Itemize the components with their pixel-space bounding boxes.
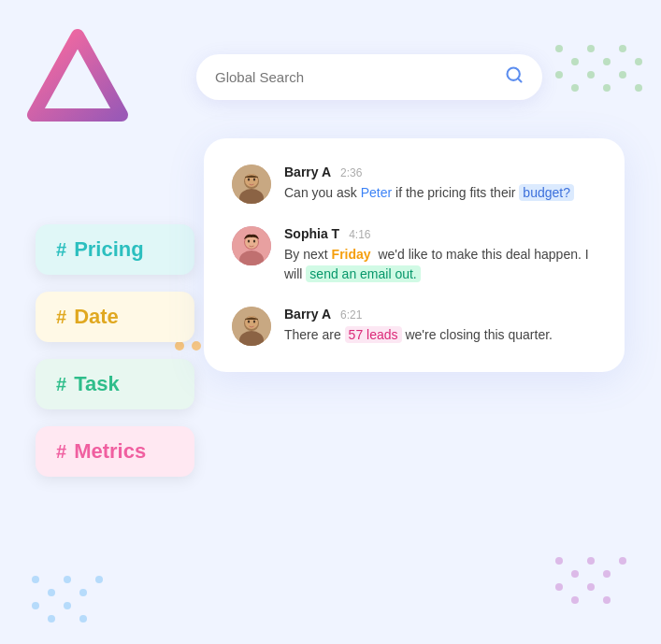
svg-point-31 [603, 596, 611, 604]
message-time-3: 6:21 [340, 308, 362, 322]
message-1-header: Barry A 2:36 [284, 165, 596, 179]
svg-line-34 [518, 79, 522, 82]
svg-point-44 [248, 240, 250, 243]
svg-point-45 [253, 240, 255, 243]
svg-point-40 [253, 179, 255, 181]
svg-point-52 [253, 321, 255, 323]
tag-pill-date[interactable]: # Date [36, 292, 194, 342]
chat-message-3: Barry A 6:21 There are 57 leads we're cl… [232, 307, 596, 346]
svg-point-4 [619, 45, 626, 52]
message-text-1: Can you ask Peter if the pricing fits th… [284, 183, 596, 203]
tag-label-date: Date [74, 305, 119, 329]
chat-message-1: Barry A 2:36 Can you ask Peter if the pr… [232, 165, 596, 204]
search-bar-container [196, 54, 542, 100]
tag-pill-metrics[interactable]: # Metrics [36, 426, 194, 477]
svg-point-3 [603, 58, 611, 65]
tag-label-pricing: Pricing [74, 237, 144, 262]
svg-point-29 [571, 596, 579, 604]
avatar-barry-1 [232, 165, 271, 204]
svg-point-25 [587, 557, 595, 565]
svg-point-21 [64, 602, 71, 609]
svg-point-10 [619, 71, 626, 79]
msg2-before: By next [284, 247, 332, 262]
message-text-3: There are 57 leads we're closing this qu… [284, 325, 596, 345]
svg-point-1 [571, 58, 579, 65]
search-bar[interactable] [196, 54, 542, 100]
svg-point-39 [248, 179, 250, 181]
tag-label-task: Task [74, 372, 120, 396]
msg2-highlight-friday: Friday [332, 247, 371, 262]
svg-point-6 [555, 71, 563, 79]
svg-point-17 [79, 589, 87, 596]
msg1-middle: if the pricing fits their [392, 185, 519, 200]
svg-point-22 [79, 615, 87, 623]
tag-label-metrics: Metrics [74, 439, 146, 464]
hash-icon: # [56, 239, 66, 261]
msg3-before: There are [284, 327, 345, 342]
sender-name-1: Barry A [284, 165, 331, 179]
chat-message-2: Sophia T 4:16 By next Friday we'd like t… [232, 226, 596, 284]
svg-point-19 [32, 602, 39, 609]
msg2-highlight-email: send an email out. [306, 265, 420, 282]
svg-point-16 [64, 576, 71, 583]
message-time-2: 4:16 [349, 228, 370, 241]
svg-point-26 [603, 570, 611, 578]
msg3-highlight-leads: 57 leads [345, 326, 402, 343]
search-icon [505, 65, 524, 89]
search-input[interactable] [215, 69, 496, 85]
avatar-sophia [232, 226, 271, 265]
sender-name-2: Sophia T [284, 226, 339, 241]
msg1-highlight-peter: Peter [361, 185, 392, 200]
svg-point-23 [555, 557, 563, 565]
chat-card: Barry A 2:36 Can you ask Peter if the pr… [204, 138, 625, 372]
message-3-header: Barry A 6:21 [284, 307, 596, 322]
svg-point-18 [95, 576, 103, 583]
tag-pill-task[interactable]: # Task [36, 359, 194, 409]
tag-pills-container: # Pricing # Date # Task # Metrics [36, 224, 194, 477]
svg-point-30 [587, 583, 595, 591]
message-1-content: Barry A 2:36 Can you ask Peter if the pr… [284, 165, 596, 203]
svg-point-5 [635, 58, 642, 65]
svg-point-9 [603, 84, 611, 92]
svg-point-24 [571, 570, 579, 578]
message-2-content: Sophia T 4:16 By next Friday we'd like t… [284, 226, 596, 284]
hash-icon: # [56, 441, 66, 463]
svg-point-2 [587, 45, 595, 52]
hash-icon: # [56, 374, 66, 395]
svg-marker-32 [34, 36, 122, 115]
svg-point-51 [248, 321, 250, 323]
svg-point-28 [555, 583, 563, 591]
app-logo [26, 26, 129, 129]
msg1-before: Can you ask [284, 185, 361, 200]
svg-point-11 [635, 84, 642, 92]
avatar-barry-2 [232, 307, 271, 346]
msg1-highlight-budget: budget? [519, 184, 574, 201]
svg-point-20 [48, 615, 55, 623]
message-3-content: Barry A 6:21 There are 57 leads we're cl… [284, 307, 596, 345]
svg-point-8 [587, 71, 595, 79]
hash-icon: # [56, 307, 66, 328]
svg-point-14 [32, 576, 39, 583]
svg-point-7 [571, 84, 579, 92]
tag-pill-pricing[interactable]: # Pricing [36, 224, 194, 275]
message-2-header: Sophia T 4:16 [284, 226, 596, 241]
msg3-middle: we're closing this quarter. [402, 327, 553, 342]
svg-point-15 [48, 589, 55, 596]
message-text-2: By next Friday we'd like to make this de… [284, 245, 596, 284]
sender-name-3: Barry A [284, 307, 331, 322]
svg-point-0 [555, 45, 563, 52]
message-time-1: 2:36 [340, 166, 362, 179]
svg-point-27 [619, 557, 626, 565]
